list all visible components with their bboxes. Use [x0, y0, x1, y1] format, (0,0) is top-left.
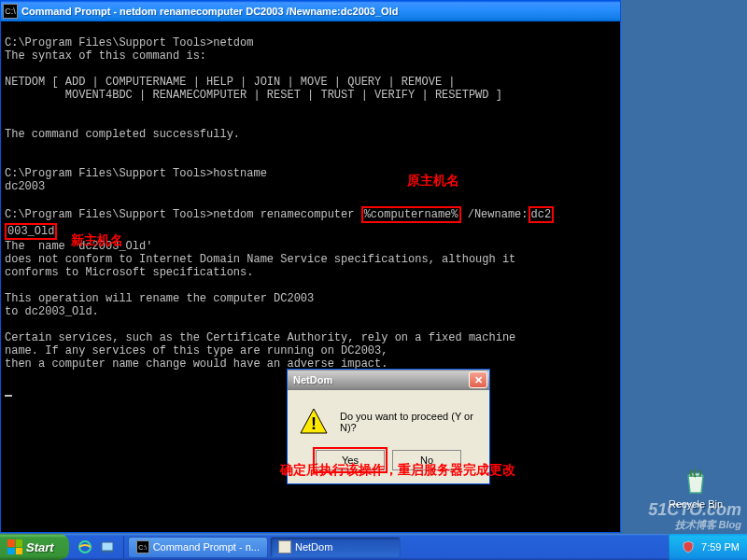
taskbar: Start C:\ Command Prompt - n... NetDom 7… [0, 534, 747, 560]
windows-logo-icon [7, 539, 22, 554]
cmd-line: The syntax of this command is: [5, 49, 616, 63]
warning-icon: ! [299, 407, 329, 437]
cmd-titlebar[interactable]: C:\ Command Prompt - netdom renamecomput… [1, 1, 620, 21]
annotation-new-host: 新主机名 [71, 234, 123, 247]
svg-text:!: ! [311, 414, 317, 433]
cmd-line: does not conform to Internet Domain Name… [5, 253, 616, 266]
cmd-line: to dc2003_Old. [5, 305, 616, 318]
cmd-line: This operation will rename the computer … [5, 292, 616, 305]
watermark: 51CTO.com 技术博客 Blog [648, 502, 741, 532]
svg-rect-3 [102, 542, 113, 551]
start-label: Start [26, 540, 54, 554]
cmd-task-icon: C:\ [136, 540, 149, 553]
cmd-line: C:\Program Files\Support Tools>netdom [5, 36, 616, 49]
annotation-orig-host: 原主机名 [407, 175, 459, 188]
close-button[interactable]: ✕ [469, 371, 487, 388]
dialog-titlebar[interactable]: NetDom ✕ [288, 370, 489, 390]
cmd-line: dc2003 [5, 180, 616, 193]
cmd-line: NETDOM [ ADD | COMPUTERNAME | HELP | JOI… [5, 76, 616, 89]
show-desktop-icon[interactable] [97, 537, 118, 557]
newname-part2: 003_Old [5, 223, 57, 240]
cmd-title: Command Prompt - netdom renamecomputer D… [21, 6, 618, 17]
annotation-confirm: 确定后执行该操作，重启服务器完成更改 [280, 462, 515, 479]
task-buttons: C:\ Command Prompt - n... NetDom [124, 537, 404, 558]
computername-placeholder: %computername% [361, 206, 461, 223]
dialog-task-icon [278, 540, 291, 553]
cmd-line: The command completed successfully. [5, 128, 616, 141]
cmd-line: C:\Program Files\Support Tools>netdom re… [5, 206, 616, 223]
system-tray: 7:59 PM [669, 534, 747, 560]
cmd-line: conforms to Microsoft specifications. [5, 266, 616, 279]
cmd-icon: C:\ [3, 4, 18, 19]
security-tray-icon[interactable] [681, 539, 696, 554]
dialog-body: ! Do you want to proceed (Y or N)? [288, 390, 489, 450]
cmd-line: C:\Program Files\Support Tools>hostname [5, 167, 616, 180]
ie-icon[interactable] [75, 537, 95, 557]
cmd-line: MOVENT4BDC | RENAMECOMPUTER | RESET | TR… [5, 89, 616, 102]
dialog-message: Do you want to proceed (Y or N)? [340, 411, 478, 433]
taskbar-netdom-button[interactable]: NetDom [270, 537, 401, 558]
cursor [5, 395, 12, 397]
recycle-bin-image [681, 467, 711, 497]
cmd-line: Certain services, such as the Certificat… [5, 331, 616, 344]
newname-part1: dc2 [529, 206, 555, 223]
dialog-title: NetDom [289, 374, 469, 385]
cmd-line: name. If any services of this type are r… [5, 344, 616, 357]
clock[interactable]: 7:59 PM [701, 541, 740, 553]
taskbar-cmd-button[interactable]: C:\ Command Prompt - n... [128, 537, 268, 558]
svg-rect-4 [102, 551, 113, 553]
start-button[interactable]: Start [0, 534, 69, 560]
quick-launch [69, 536, 124, 558]
